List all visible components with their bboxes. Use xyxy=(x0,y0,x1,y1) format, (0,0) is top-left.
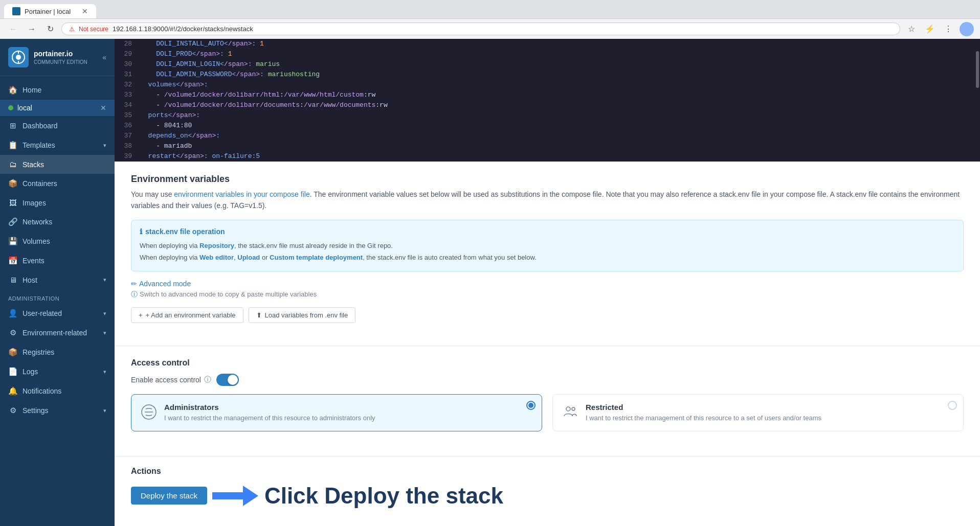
sidebar-item-user-related[interactable]: 👤 User-related ▾ xyxy=(0,304,115,323)
volumes-icon: 💾 xyxy=(8,237,17,246)
sidebar-item-host[interactable]: 🖥 Host ▾ xyxy=(0,270,115,289)
line-number: 29 xyxy=(115,49,140,59)
tab-close-button[interactable]: ✕ xyxy=(82,7,88,15)
line-number: 28 xyxy=(115,39,140,49)
access-toggle-label: Enable access control ⓘ xyxy=(131,375,211,384)
code-line: 30 DOLI_ADMIN_LOGIN</span>: marius xyxy=(115,59,980,70)
restricted-icon xyxy=(561,403,580,421)
sidebar-item-logs[interactable]: 📄 Logs ▾ xyxy=(0,362,115,381)
environment-status-dot xyxy=(8,105,13,110)
plus-icon: + xyxy=(139,311,143,319)
deploy-stack-button[interactable]: Deploy the stack xyxy=(131,487,207,505)
restricted-radio[interactable] xyxy=(948,401,957,410)
access-info-icon: ⓘ xyxy=(204,375,211,384)
access-card-restricted[interactable]: Restricted I want to restrict the manage… xyxy=(552,394,964,431)
access-toggle-row: Enable access control ⓘ xyxy=(131,374,964,386)
sidebar-item-templates[interactable]: 📋 Templates ▾ xyxy=(0,135,115,155)
svg-point-1 xyxy=(16,55,21,60)
code-line: 33 - /volume1/docker/dolibarr/html:/var/… xyxy=(115,90,980,100)
sidebar-item-label: Volumes xyxy=(23,237,106,245)
address-bar[interactable]: ⚠ Not secure 192.168.1.18:9000/#!/2/dock… xyxy=(61,22,900,35)
sidebar-item-label: Templates xyxy=(23,141,98,149)
environment-tag[interactable]: local ✕ xyxy=(0,100,115,116)
sidebar-item-networks[interactable]: 🔗 Networks xyxy=(0,212,115,232)
extensions-button[interactable]: ⚡ xyxy=(923,22,937,36)
back-button[interactable]: ← xyxy=(6,22,20,36)
sidebar-item-label: Home xyxy=(23,86,106,94)
content-area: 28 DOLI_INSTALL_AUTO</span>: 129 DOLI_PR… xyxy=(115,39,980,526)
sidebar-item-label: Stacks xyxy=(23,161,106,169)
sidebar-item-images[interactable]: 🖼 Images xyxy=(0,193,115,212)
sidebar-item-events[interactable]: 📅 Events xyxy=(0,251,115,270)
upload-icon: ⬆ xyxy=(256,311,262,319)
line-number: 35 xyxy=(115,110,140,121)
code-editor[interactable]: 28 DOLI_INSTALL_AUTO</span>: 129 DOLI_PR… xyxy=(115,39,980,162)
sidebar-collapse-button[interactable]: « xyxy=(102,53,106,61)
sidebar-item-volumes[interactable]: 💾 Volumes xyxy=(0,232,115,251)
line-number: 36 xyxy=(115,121,140,131)
sidebar-item-notifications[interactable]: 🔔 Notifications xyxy=(0,381,115,401)
administrators-card-content: Administrators I want to restrict the ma… xyxy=(164,403,533,423)
env-variables-description: You may use environment variables in you… xyxy=(131,189,964,212)
sidebar-item-dashboard[interactable]: ⊞ Dashboard xyxy=(0,116,115,135)
containers-icon: 📦 xyxy=(8,179,17,188)
sidebar-item-registries[interactable]: 📦 Registries xyxy=(0,342,115,362)
line-content: ports</span>: xyxy=(140,110,980,121)
advanced-mode-link[interactable]: ✏ Advanced mode xyxy=(131,280,191,288)
browser-tab-active[interactable]: Portainer | local ✕ xyxy=(4,4,96,18)
environment-close-button[interactable]: ✕ xyxy=(100,104,106,112)
load-env-variables-button[interactable]: ⬆ Load variables from .env file xyxy=(249,307,356,323)
access-card-administrators[interactable]: Administrators I want to restrict the ma… xyxy=(131,394,542,431)
forward-button[interactable]: → xyxy=(25,22,39,36)
reload-button[interactable]: ↻ xyxy=(43,22,57,36)
sidebar-item-label: Registries xyxy=(23,348,106,356)
templates-arrow-icon: ▾ xyxy=(103,142,106,149)
code-line: 28 DOLI_INSTALL_AUTO</span>: 1 xyxy=(115,39,980,49)
annotation-container: Click Deploy the stack xyxy=(212,483,503,509)
events-icon: 📅 xyxy=(8,256,17,265)
sidebar-item-label: Dashboard xyxy=(23,122,106,130)
logo-title: portainer.io xyxy=(34,49,87,58)
access-control-toggle[interactable] xyxy=(216,374,239,386)
restricted-card-title: Restricted xyxy=(586,403,955,411)
add-env-variable-button[interactable]: + + Add an environment variable xyxy=(131,307,243,323)
logo-icon xyxy=(8,47,29,67)
browser-chrome: Portainer | local ✕ ← → ↻ ⚠ Not secure 1… xyxy=(0,0,980,39)
security-label: Not secure xyxy=(79,26,108,33)
stacks-icon: 🗂 xyxy=(8,160,17,169)
code-line: 37 depends_on</span>: xyxy=(115,131,980,141)
access-control-title: Access control xyxy=(131,358,964,368)
line-content: - /volume1/docker/dolibarr/documents:/va… xyxy=(140,100,980,110)
administrators-radio[interactable] xyxy=(526,401,536,410)
sidebar-item-home[interactable]: 🏠 Home xyxy=(0,80,115,100)
env-variables-link[interactable]: environment variables in your compose fi… xyxy=(174,190,309,198)
sidebar-item-label: Host xyxy=(23,276,98,284)
toggle-knob xyxy=(228,375,238,385)
svg-marker-8 xyxy=(212,486,258,506)
info-line-1: When deploying via Repository, the stack… xyxy=(140,240,955,251)
sidebar-item-stacks[interactable]: 🗂 Stacks xyxy=(0,155,115,174)
actions-row: Deploy the stack Click Deploy the stack xyxy=(131,483,964,509)
arrow-annotation-icon xyxy=(212,483,258,509)
security-icon: ⚠ xyxy=(69,26,75,33)
line-number: 37 xyxy=(115,131,140,141)
line-number: 32 xyxy=(115,80,140,90)
code-scrollbar[interactable] xyxy=(976,51,979,88)
sidebar-item-settings[interactable]: ⚙ Settings ▾ xyxy=(0,401,115,420)
sidebar-item-containers[interactable]: 📦 Containers xyxy=(0,174,115,193)
env-variables-title: Environment variables xyxy=(131,174,964,185)
sidebar-item-environment-related[interactable]: ⚙ Environment-related ▾ xyxy=(0,323,115,342)
environment-name: local xyxy=(17,104,96,112)
dashboard-icon: ⊞ xyxy=(8,121,17,130)
code-line: 35 ports</span>: xyxy=(115,110,980,121)
info-box-content: When deploying via Repository, the stack… xyxy=(140,240,955,264)
environment-related-icon: ⚙ xyxy=(8,328,17,337)
info-icon: ℹ xyxy=(140,227,142,236)
menu-button[interactable]: ⋮ xyxy=(941,22,955,36)
admin-section-label: Administration xyxy=(0,289,115,304)
bookmark-button[interactable]: ☆ xyxy=(904,22,919,36)
line-content: - 8041:80 xyxy=(140,121,980,131)
code-editor-wrapper: 28 DOLI_INSTALL_AUTO</span>: 129 DOLI_PR… xyxy=(115,39,980,162)
code-line: 32 volumes</span>: xyxy=(115,80,980,90)
profile-button[interactable] xyxy=(960,22,974,36)
